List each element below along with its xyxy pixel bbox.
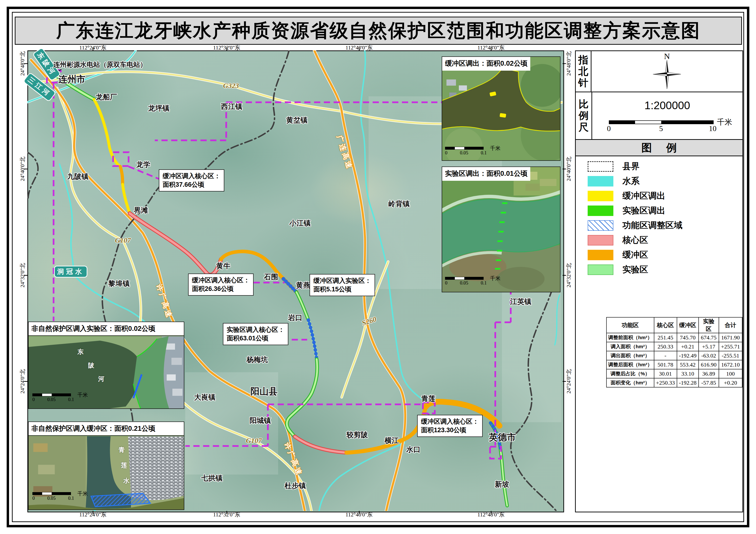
side-panel: 指北针 N	[575, 50, 743, 512]
table-cell: +0.21	[677, 342, 699, 351]
table-cell: -192.49	[677, 351, 699, 360]
legend-label: 缓冲区调出	[622, 190, 665, 202]
inset-scalebar: 千米 00.050.1	[445, 147, 487, 156]
table-cell: -	[654, 351, 677, 360]
legend-item-buffer-zone: 缓冲区	[588, 249, 683, 260]
table-cell: 1671.90	[719, 333, 742, 342]
axis-tick	[563, 381, 566, 382]
town-label: 黄燕	[296, 280, 310, 290]
table-row-label: 面积变化（hm²）	[607, 378, 654, 387]
town-label: 杜步镇	[284, 481, 306, 491]
river-char: 东	[77, 348, 84, 356]
table-cell: 250.33	[654, 342, 677, 351]
town-label: 龙坪镇	[148, 103, 170, 113]
callout-buffer-to-exp-5: 缓冲区调入实验区： 面积5.15公顷	[310, 274, 375, 296]
table-header-row: 功能区核心区缓冲区实验区合计	[607, 317, 742, 333]
river-char: 青	[119, 446, 125, 454]
table-cell: 674.75	[699, 333, 719, 342]
inset-scalebar: 千米 00.050.1	[445, 277, 487, 286]
table-row-label: 调整后面积（hm²）	[607, 360, 654, 369]
legend-item-adjust-area: 功能区调整区域	[588, 220, 683, 231]
river-char: 陂	[88, 361, 94, 369]
town-label: 阳山县	[251, 385, 278, 397]
legend-swatch-buffer-out-icon	[588, 191, 613, 201]
coordinate-label: 24°24'0"北	[565, 369, 572, 394]
axis-tick	[24, 63, 27, 64]
legend-label: 核心区	[622, 234, 648, 246]
legend-title: 图例	[576, 140, 742, 156]
callout-line: 缓冲区调入核心区：	[421, 417, 479, 426]
callout-buffer-to-core-123: 缓冲区调入核心区： 面积123.30公顷	[417, 415, 483, 437]
table-header: 核心区	[654, 317, 677, 333]
town-label: 横江	[385, 436, 399, 445]
town-label: 岭背镇	[388, 199, 410, 209]
axis-tick	[93, 511, 93, 514]
table-row: 面积变化（hm²）+250.33-192.28-57.85+0.20	[607, 378, 742, 387]
table-cell: +0.20	[719, 378, 742, 387]
road-label: G107	[246, 437, 262, 445]
callout-line: 缓冲区调入核心区：	[163, 172, 221, 180]
table-row-label: 调入面积（hm²）	[607, 342, 654, 351]
table-cell: 553.42	[677, 360, 699, 369]
table-row: 调出面积（hm²）--192.49-63.02-255.51	[607, 351, 742, 360]
compass-section: 指北针 N	[576, 51, 742, 92]
legend-swatch-water-system-icon	[588, 176, 613, 187]
table-cell: 616.90	[699, 360, 719, 369]
scale-ratio: 1:200000	[592, 99, 742, 112]
legend-swatch-experiment-zone-icon	[588, 265, 613, 275]
inset-title: 缓冲区调出：面积0.02公顷	[442, 57, 530, 71]
table-cell: +5.17	[699, 342, 719, 351]
table-cell: -63.02	[699, 351, 719, 360]
town-label: 龙学	[136, 160, 150, 169]
legend-item-county-boundary: 县界	[588, 161, 683, 172]
table-row-label: 调出面积（hm²）	[607, 351, 654, 360]
river-char: 河	[98, 375, 104, 383]
table-header: 合计	[719, 317, 742, 333]
legend-label: 县界	[622, 161, 639, 172]
table-row: 调整后占比（%）30.0133.1036.89100	[607, 369, 742, 378]
axis-tick	[24, 381, 27, 382]
compass-icon: N	[591, 51, 742, 91]
table-cell: 33.10	[677, 369, 699, 378]
axis-tick	[24, 169, 27, 169]
table-cell: -57.85	[699, 378, 719, 387]
table-cell: 36.89	[699, 369, 719, 378]
table-row: 调入面积（hm²）250.33+0.21+5.17+255.71	[607, 342, 742, 351]
scale-section-label: 比例尺	[576, 92, 592, 139]
axis-tick	[24, 275, 27, 276]
station-label: 连州彬源水电站（原双车电站）	[53, 60, 147, 69]
legend-label: 功能区调整区域	[622, 219, 683, 231]
inset-nonreserve-to-buffer: 非自然保护区调入缓冲区：面积0.21公顷	[28, 421, 184, 510]
axis-tick	[491, 47, 492, 50]
axis-tick	[563, 275, 566, 276]
callout-line: 面积5.15公顷	[313, 285, 371, 293]
page: { "title": "广东连江龙牙峡水产种质资源省级自然保护区范围和功能区调整…	[0, 0, 756, 534]
legend-label: 水系	[622, 175, 639, 187]
table-cell: 501.78	[654, 360, 677, 369]
table-row-label: 调整后占比（%）	[607, 369, 654, 378]
table-cell: 100	[719, 369, 742, 378]
legend-item-buffer-out: 缓冲区调出	[588, 191, 683, 201]
axis-tick	[227, 511, 227, 514]
legend-item-experiment-out: 实验区调出	[588, 205, 683, 216]
table-cell: +250.33	[654, 378, 677, 387]
adjustment-table: 功能区核心区缓冲区实验区合计调整前面积（hm²）251.45745.70674.…	[606, 317, 742, 388]
town-label: 岩口	[288, 313, 302, 323]
town-label: 西江镇	[221, 102, 242, 112]
table-row-label: 调整前面积（hm²）	[607, 333, 654, 342]
table-cell: 745.70	[677, 333, 699, 342]
inset-experiment-out: 实验区调出：面积0.01公顷 千米 00.050.1	[442, 166, 560, 292]
table-row: 调整后面积（hm²）501.78553.42616.901672.10	[607, 360, 742, 369]
inset-title: 实验区调出：面积0.01公顷	[442, 167, 530, 181]
town-label: 九陂镇	[67, 172, 89, 182]
coordinate-label: 24°32'0"北	[565, 263, 572, 287]
town-label: 黄牛	[216, 261, 230, 271]
legend-item-core-zone: 核心区	[588, 235, 683, 245]
legend-item-water-system: 水系	[588, 176, 683, 187]
town-label: 连州市	[58, 73, 86, 86]
table-header: 缓冲区	[677, 317, 699, 333]
town-label: 新坡	[495, 479, 509, 489]
axis-tick	[563, 169, 566, 169]
town-label: 石围	[264, 272, 278, 282]
callout-exp-to-core-63: 实验区调入核心区： 面积63.01公顷	[223, 323, 288, 345]
